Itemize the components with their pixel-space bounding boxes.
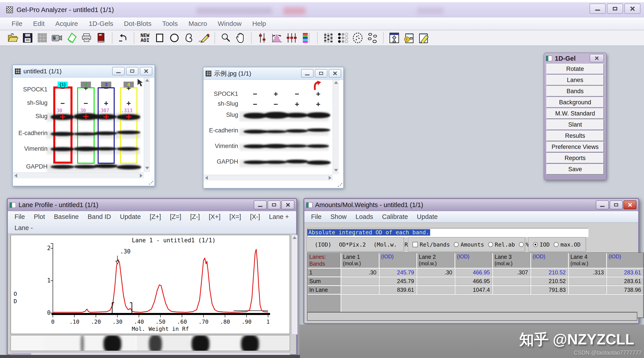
restore-button[interactable] bbox=[268, 200, 280, 209]
table-row-label[interactable]: Sum bbox=[308, 277, 340, 285]
horizontal-scrollbar[interactable] bbox=[13, 172, 144, 178]
new-aoi-button[interactable]: NEWAOI bbox=[139, 32, 151, 44]
radio-icon[interactable] bbox=[488, 242, 493, 247]
rectangle-aoi-icon[interactable] bbox=[154, 32, 166, 44]
save-icon[interactable] bbox=[22, 32, 34, 44]
menu-item[interactable]: File bbox=[6, 20, 28, 28]
minimize-button[interactable] bbox=[301, 69, 314, 78]
palette-button[interactable]: M.W. Standard bbox=[546, 108, 604, 119]
close-button[interactable] bbox=[329, 69, 341, 78]
lane-profile-titlebar[interactable]: Lane Profile - untitled1 (1/1) bbox=[8, 199, 296, 211]
menu-item[interactable]: Calibrate bbox=[378, 213, 412, 220]
menu-item[interactable]: Window bbox=[212, 20, 247, 28]
thumbnails-icon[interactable] bbox=[36, 32, 48, 44]
menu-item[interactable]: Edit bbox=[28, 20, 50, 28]
close-button[interactable] bbox=[624, 4, 640, 14]
menu-item[interactable]: Tools bbox=[157, 20, 183, 28]
gel-window-titlebar[interactable]: untitled1 (1/1) bbox=[13, 65, 154, 78]
minimize-button[interactable] bbox=[590, 4, 606, 14]
scroll-left-icon[interactable] bbox=[205, 176, 208, 180]
menu-item[interactable]: Acquire bbox=[50, 20, 84, 28]
horizontal-scrollbar[interactable] bbox=[204, 175, 333, 180]
palette-close-button[interactable] bbox=[590, 54, 604, 62]
scroll-up-icon[interactable] bbox=[334, 81, 338, 84]
menu-item[interactable]: [X+] bbox=[204, 213, 225, 220]
print-icon[interactable] bbox=[80, 32, 93, 44]
contrast-sliders-icon[interactable] bbox=[286, 32, 298, 44]
palette-button[interactable]: Rotate bbox=[546, 64, 604, 74]
menu-item[interactable]: Show bbox=[326, 213, 351, 220]
scroll-down-icon[interactable] bbox=[334, 169, 338, 172]
menu-item[interactable]: [Z-] bbox=[186, 213, 204, 220]
restore-button[interactable] bbox=[610, 200, 622, 209]
palette-button[interactable]: Reports bbox=[546, 153, 604, 164]
palette-button[interactable]: Slant bbox=[546, 120, 604, 130]
checkbox-icon[interactable] bbox=[412, 242, 418, 247]
pencil-icon[interactable] bbox=[198, 32, 210, 44]
radio-icon[interactable] bbox=[519, 242, 524, 247]
vertical-scrollbar[interactable] bbox=[333, 80, 339, 174]
menu-item[interactable]: Lane + bbox=[264, 213, 294, 220]
menu-item[interactable]: [X=] bbox=[225, 213, 246, 220]
menu-item[interactable]: 1D-Gels bbox=[84, 20, 119, 28]
menu-item[interactable]: Loads bbox=[351, 213, 378, 220]
undo-icon[interactable] bbox=[117, 32, 129, 44]
scroll-up-icon[interactable] bbox=[145, 79, 149, 82]
table-column-header[interactable]: Lane 3(mol.w.) bbox=[493, 253, 530, 268]
units-label[interactable]: OD*Pix.2 bbox=[339, 242, 366, 248]
restore-button[interactable] bbox=[126, 67, 138, 75]
table-row-label[interactable]: 1 bbox=[308, 268, 340, 276]
menu-item[interactable]: Baseline bbox=[50, 213, 83, 220]
report-edit-icon[interactable] bbox=[418, 32, 430, 44]
close-button[interactable] bbox=[140, 67, 152, 75]
menu-item[interactable]: Plot bbox=[30, 213, 50, 220]
close-button[interactable] bbox=[282, 200, 294, 209]
open-folder-icon[interactable] bbox=[7, 32, 19, 44]
minimize-button[interactable] bbox=[596, 200, 609, 209]
menu-item[interactable]: [Z+] bbox=[145, 213, 166, 220]
table-column-header[interactable]: (IOD) bbox=[607, 253, 643, 268]
gel-lanes-icon[interactable] bbox=[322, 32, 334, 44]
radio-icon[interactable] bbox=[533, 242, 538, 247]
book-icon[interactable] bbox=[95, 32, 108, 44]
menu-item[interactable]: [X-] bbox=[246, 213, 264, 220]
table-column-header[interactable]: (IOD) bbox=[379, 253, 416, 268]
menu-item[interactable]: Macro bbox=[183, 20, 212, 28]
example-window-titlebar[interactable]: 示例.jpg (1/1) bbox=[203, 67, 344, 80]
table-column-header[interactable]: (IOD) bbox=[455, 253, 492, 268]
menu-item[interactable]: File bbox=[306, 213, 326, 220]
palette-button[interactable]: Preference Views bbox=[546, 142, 604, 152]
restore-button[interactable] bbox=[607, 4, 623, 14]
menu-item[interactable]: Update bbox=[116, 213, 146, 220]
minimize-button[interactable] bbox=[112, 67, 125, 75]
display-mode-radio[interactable]: % bbox=[519, 242, 529, 248]
resize-grip[interactable] bbox=[149, 180, 154, 185]
palette-button[interactable]: Background bbox=[546, 97, 604, 108]
example-image-canvas[interactable]: SPOCK1sh-SlugSlugE-cadherinVimentinGAPDH… bbox=[204, 80, 343, 188]
iod-mode-radio[interactable]: max.OD bbox=[554, 242, 580, 248]
scroll-right-icon[interactable] bbox=[329, 176, 331, 180]
colony-count-icon[interactable] bbox=[352, 32, 364, 44]
pan-hand-icon[interactable] bbox=[234, 32, 247, 44]
table-row-label[interactable]: In Lane bbox=[308, 286, 340, 294]
restore-button[interactable] bbox=[315, 69, 327, 78]
table-column-header[interactable]: Lane 1(mol.w.) bbox=[341, 253, 379, 268]
lane-tag[interactable]: 2 bbox=[81, 82, 91, 88]
menu-item[interactable]: Help bbox=[247, 20, 272, 28]
lane-aoi-1[interactable] bbox=[53, 86, 72, 164]
palette-button[interactable]: Lanes bbox=[546, 75, 604, 86]
menu-item[interactable]: Dot-Blots bbox=[119, 20, 157, 28]
palette-button[interactable]: Save bbox=[546, 164, 604, 174]
histogram-icon[interactable] bbox=[271, 32, 283, 44]
capture-icon[interactable] bbox=[66, 32, 78, 44]
menu-item[interactable]: File bbox=[10, 213, 30, 220]
display-mode-radio[interactable]: Rel.ab bbox=[488, 242, 515, 248]
amounts-titlebar[interactable]: Amounts/Mol.Weights - untitled1 (1/1) bbox=[304, 199, 638, 211]
camera-icon[interactable] bbox=[51, 32, 63, 44]
vertical-scrollbar[interactable] bbox=[144, 78, 150, 172]
table-column-header[interactable]: Lane 4(mol.w.) bbox=[569, 253, 606, 268]
ellipse-aoi-icon[interactable] bbox=[168, 32, 180, 44]
scroll-down-icon[interactable] bbox=[145, 167, 149, 170]
gel-image-canvas[interactable]: SPOCK1sh-SlugSlugE-cadherinVimentinGAPDH… bbox=[13, 78, 154, 186]
palette-button[interactable]: Results bbox=[546, 131, 604, 141]
